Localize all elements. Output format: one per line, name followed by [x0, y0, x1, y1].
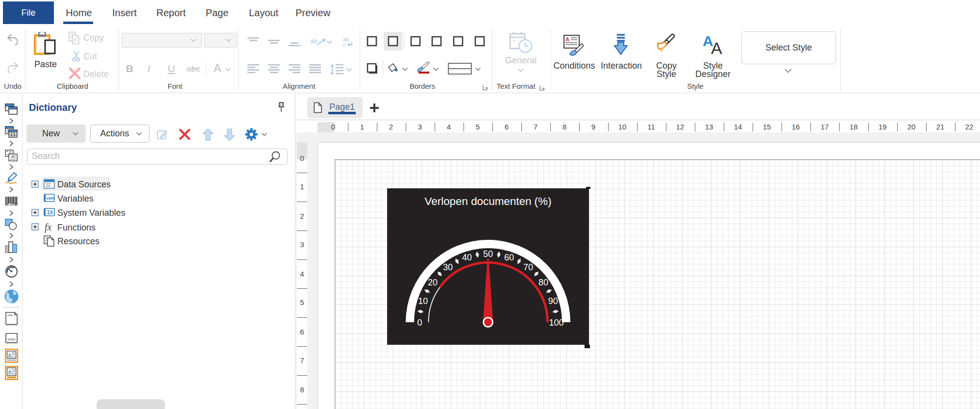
- svg-text:Σ#: Σ#: [47, 210, 53, 215]
- svg-text:A: A: [8, 352, 12, 358]
- svg-text:100: 100: [549, 318, 564, 328]
- svg-text:A: A: [8, 369, 12, 374]
- svg-text:12345: 12345: [6, 203, 15, 205]
- svg-text:ab: ab: [310, 37, 317, 45]
- svg-text:0: 0: [417, 318, 422, 328]
- svg-text:40: 40: [462, 253, 472, 262]
- svg-text:Verlopen documenten (%): Verlopen documenten (%): [425, 195, 552, 207]
- svg-text:90: 90: [548, 296, 558, 306]
- svg-text:A: A: [565, 36, 569, 42]
- svg-text:10: 10: [418, 296, 428, 306]
- svg-text:A: A: [711, 39, 722, 56]
- svg-text:20: 20: [428, 278, 438, 287]
- svg-text:c: c: [343, 41, 346, 47]
- svg-text:VAR: VAR: [46, 196, 54, 201]
- svg-text:50: 50: [483, 249, 493, 259]
- svg-text:60: 60: [504, 253, 514, 262]
- svg-text:80: 80: [539, 278, 548, 287]
- svg-text:A: A: [11, 154, 14, 159]
- svg-text:30: 30: [443, 262, 453, 272]
- svg-text:70: 70: [523, 262, 533, 272]
